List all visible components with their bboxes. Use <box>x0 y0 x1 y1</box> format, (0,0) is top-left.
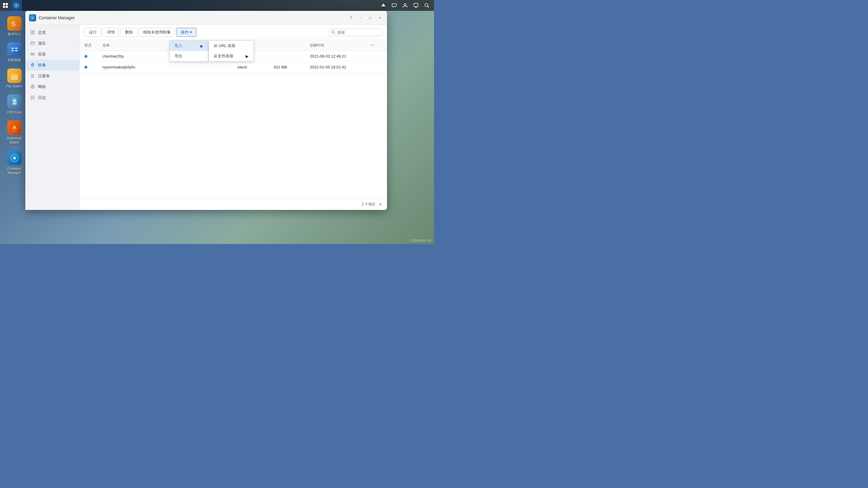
svg-rect-30 <box>31 30 32 32</box>
svg-text:S: S <box>11 21 16 27</box>
toolbar: 运行 详情 删除 移除未使用映像 操作 ▾ <box>80 25 387 40</box>
sidebar-item-registry[interactable]: 注册表 <box>25 70 79 81</box>
svg-rect-1 <box>6 3 8 5</box>
filestation-icon <box>7 68 22 83</box>
sidebar-item-overview[interactable]: 总览 <box>25 27 79 38</box>
taskbar-desktop-icon[interactable] <box>411 1 421 10</box>
taskbar-drive-icon[interactable] <box>378 1 388 10</box>
sidebar-item-log[interactable]: 日志 <box>25 92 79 103</box>
svg-rect-34 <box>31 42 34 45</box>
taskbar-container-manager[interactable] <box>11 0 22 11</box>
desktop-icon-container[interactable]: Container Manager <box>2 149 27 177</box>
svg-point-7 <box>404 4 406 6</box>
taskbar-search-icon[interactable] <box>422 1 432 10</box>
svg-rect-14 <box>11 48 14 49</box>
log-icon <box>30 95 35 101</box>
svg-rect-6 <box>392 4 396 7</box>
taskbar <box>0 0 434 11</box>
minimize-button[interactable]: − <box>357 14 364 21</box>
action-button[interactable]: 操作 ▾ <box>176 28 196 37</box>
svg-point-27 <box>14 157 16 159</box>
sidebar-item-image[interactable]: 映像 <box>25 60 79 70</box>
svg-point-5 <box>15 4 18 7</box>
sidebar-item-network[interactable]: 网络 <box>25 81 79 92</box>
overview-label: 总览 <box>38 30 46 35</box>
taskbar-grid-button[interactable] <box>0 0 11 11</box>
registry-icon <box>30 74 35 79</box>
desktop-icon-download[interactable]: Download Station <box>2 118 27 147</box>
delete-button[interactable]: 删除 <box>121 28 137 37</box>
taskbar-user-icon[interactable] <box>400 1 410 10</box>
refresh-button[interactable]: ↻ <box>379 202 382 207</box>
item-count: 2 个项目 <box>362 202 375 207</box>
usb-label: USB Copy <box>7 110 22 114</box>
svg-rect-2 <box>3 6 5 8</box>
suite-label: 套件中心 <box>8 32 21 36</box>
window-controls: ? − □ × <box>347 14 383 21</box>
svg-rect-8 <box>414 3 418 7</box>
svg-rect-18 <box>11 75 18 80</box>
log-label: 日志 <box>38 95 46 101</box>
detail-button[interactable]: 详情 <box>102 28 119 37</box>
svg-rect-33 <box>33 33 34 34</box>
row2-name: nyanmisaka/jellyfin <box>102 65 238 69</box>
svg-line-48 <box>334 33 335 34</box>
status-dot-2 <box>84 66 87 69</box>
svg-rect-32 <box>31 33 32 34</box>
maximize-button[interactable]: □ <box>367 14 374 21</box>
import-submenu: 从 URL 添加 从文件添加 ▶ <box>209 40 254 61</box>
sidebar-item-container[interactable]: 容器 <box>25 49 79 60</box>
row2-created: 2022-01-05 18:01:42 <box>310 65 370 69</box>
row1-status <box>84 55 102 58</box>
remove-unused-button[interactable]: 移除未使用映像 <box>138 28 175 37</box>
image-icon <box>30 63 35 68</box>
watermark: CSDN @林小白 <box>410 238 432 243</box>
container-desk-label: Container Manager <box>4 167 25 175</box>
svg-point-47 <box>332 31 334 33</box>
dropdown-export[interactable]: 导出 <box>170 51 208 61</box>
filestation-label: File Station <box>6 84 23 88</box>
download-label: Download Station <box>4 136 25 145</box>
help-button[interactable]: ? <box>347 14 354 21</box>
desktop-icon-filestation[interactable]: File Station <box>2 67 27 90</box>
col-header-created: 创建时间 <box>310 43 370 48</box>
search-input[interactable] <box>337 30 379 35</box>
svg-rect-24 <box>12 131 17 132</box>
taskbar-chat-icon[interactable] <box>390 1 399 10</box>
project-icon <box>30 41 35 46</box>
row2-tag: latest <box>238 65 274 69</box>
submenu-from-url[interactable]: 从 URL 添加 <box>209 41 253 51</box>
download-icon <box>7 120 22 135</box>
window-title: Container Manager <box>38 16 347 20</box>
window-titlebar: Container Manager ? − □ × <box>25 11 387 25</box>
desktop-icons-container: S 套件中心 控制面板 <box>0 12 29 179</box>
row2-status <box>84 66 102 69</box>
taskbar-right <box>378 1 434 10</box>
desktop-icon-control[interactable]: 控制面板 <box>2 40 27 64</box>
svg-point-50 <box>372 45 373 46</box>
run-button[interactable]: 运行 <box>84 28 101 37</box>
col-header-status: 状态 <box>84 43 102 48</box>
network-label: 网络 <box>38 84 46 90</box>
suite-icon: S <box>7 16 22 31</box>
network-icon <box>30 84 35 90</box>
status-dot-1 <box>84 55 87 58</box>
svg-point-29 <box>32 17 33 19</box>
svg-text:SD: SD <box>13 102 16 105</box>
container-label: 容器 <box>38 52 46 57</box>
sidebar-item-project[interactable]: 项目 <box>25 38 79 49</box>
svg-rect-0 <box>3 3 5 5</box>
desktop-icon-usb[interactable]: SD USB Copy <box>2 93 27 116</box>
image-label: 映像 <box>38 62 46 68</box>
action-dropdown: 导入 ▶ 导出 <box>169 40 209 61</box>
search-icon <box>331 30 336 34</box>
svg-point-11 <box>425 4 428 7</box>
container-desk-icon <box>7 151 22 165</box>
close-button[interactable]: × <box>376 14 383 21</box>
submenu-from-file[interactable]: 从文件添加 ▶ <box>209 51 253 61</box>
sidebar: 总览 项目 <box>25 25 80 210</box>
desktop-icon-suite[interactable]: S 套件中心 <box>2 15 27 38</box>
desktop: S 套件中心 控制面板 <box>0 0 434 244</box>
dropdown-import[interactable]: 导入 ▶ <box>170 41 208 51</box>
table-row[interactable]: nyanmisaka/jellyfin latest 931 MB 2022-0… <box>80 62 387 73</box>
